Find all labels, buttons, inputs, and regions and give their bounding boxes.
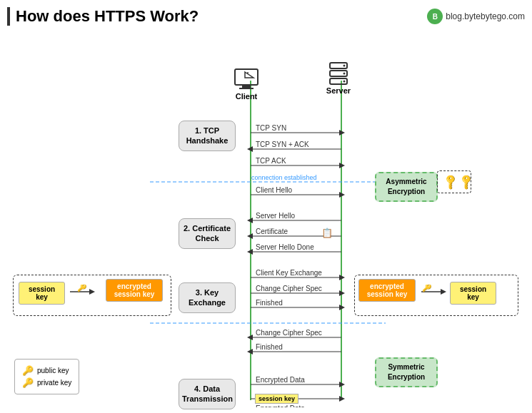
svg-text:🔑: 🔑	[77, 285, 87, 292]
svg-text:TCP ACK: TCP ACK	[256, 157, 286, 165]
svg-text:Encrypted  Data: Encrypted Data	[256, 376, 305, 384]
phase-key: 3. KeyExchange	[179, 282, 236, 313]
svg-marker-9	[339, 163, 345, 168]
legend-private-key-label: private key	[37, 379, 71, 387]
legend-private-key: 🔑 private key	[22, 377, 71, 388]
svg-rect-52	[239, 88, 254, 89]
svg-text:Client Key Exchange: Client Key Exchange	[256, 269, 322, 277]
svg-text:Change Cipher Spec: Change Cipher Spec	[256, 285, 322, 292]
svg-text:TCP SYN: TCP SYN	[256, 124, 286, 132]
svg-marker-46	[339, 396, 345, 402]
server-icon: Server	[324, 59, 353, 95]
left-enc-session-key: encryptedsession key	[106, 279, 163, 302]
svg-text:📋: 📋	[321, 227, 333, 239]
right-arrow-svg: 🔑	[421, 285, 450, 299]
phase-data: 4. DataTransmission	[179, 379, 236, 409]
svg-text:connection established: connection established	[251, 174, 317, 181]
svg-text:🔑: 🔑	[422, 285, 432, 292]
svg-point-60	[343, 81, 346, 83]
svg-marker-53	[245, 72, 254, 78]
svg-text:Finished: Finished	[256, 343, 283, 351]
svg-marker-17	[247, 218, 253, 223]
brand-text: blog.bytebytego.com	[446, 11, 525, 21]
title-bar: How does HTTPS Work? B blog.bytebytego.c…	[7, 7, 525, 26]
legend-public-key: 🔑 public key	[22, 365, 71, 376]
svg-marker-3	[339, 130, 345, 136]
svg-text:Server Hello: Server Hello	[256, 212, 295, 220]
right-session-key: session key	[450, 282, 496, 305]
legend-public-key-icon: 🔑	[22, 365, 34, 376]
svg-marker-14	[339, 192, 345, 198]
svg-marker-40	[247, 349, 253, 355]
asym-key-dashed-rect	[437, 170, 471, 193]
svg-text:Server Hello Done: Server Hello Done	[256, 243, 314, 251]
diagram-svg: TCP SYN TCP SYN + ACK TCP ACK connection…	[7, 29, 525, 407]
svg-marker-24	[247, 249, 253, 255]
svg-rect-50	[235, 69, 258, 85]
legend-private-key-icon: 🔑	[22, 377, 34, 388]
page-title: How does HTTPS Work?	[7, 7, 199, 26]
svg-marker-33	[339, 305, 345, 310]
svg-point-59	[343, 73, 346, 75]
client-label: Client	[232, 92, 261, 101]
left-session-key: session key	[19, 282, 65, 305]
right-enc-session-key: encryptedsession key	[358, 279, 416, 302]
svg-marker-6	[247, 146, 253, 152]
session-key-msg-label: session key	[255, 394, 298, 404]
svg-text:Encrypted Data: Encrypted Data	[256, 404, 305, 407]
svg-marker-65	[441, 289, 446, 295]
svg-text:Certificate: Certificate	[256, 228, 288, 235]
svg-text:Finished: Finished	[256, 299, 283, 307]
legend-public-key-label: public key	[37, 367, 69, 374]
svg-marker-62	[89, 289, 95, 295]
diagram: TCP SYN TCP SYN + ACK TCP ACK connection…	[7, 29, 525, 407]
svg-point-58	[343, 65, 346, 67]
server-label: Server	[324, 86, 353, 95]
page: How does HTTPS Work? B blog.bytebytego.c…	[0, 0, 532, 413]
brand: B blog.bytebytego.com	[427, 9, 525, 24]
phase-cert: 2. CertificateCheck	[179, 218, 236, 249]
svg-marker-30	[339, 290, 345, 296]
svg-marker-43	[339, 382, 345, 387]
asymmetric-enc-box: AsymmetricEncryption	[375, 172, 438, 202]
left-arrow-svg: 🔑	[70, 285, 99, 299]
symmetric-enc-box: SymmetricEncryption	[375, 357, 438, 387]
svg-rect-51	[242, 85, 251, 88]
svg-marker-27	[339, 275, 345, 280]
svg-text:TCP SYN + ACK: TCP SYN + ACK	[256, 141, 309, 148]
client-icon: Client	[232, 65, 261, 101]
svg-marker-37	[247, 335, 253, 340]
phase-tcp: 1. TCPHandshake	[179, 121, 236, 151]
legend: 🔑 public key 🔑 private key	[14, 359, 79, 394]
svg-text:Change Cipher Spec: Change Cipher Spec	[256, 329, 322, 337]
svg-text:Client Hello: Client Hello	[256, 186, 293, 194]
brand-icon: B	[427, 9, 443, 24]
svg-marker-20	[247, 233, 253, 239]
